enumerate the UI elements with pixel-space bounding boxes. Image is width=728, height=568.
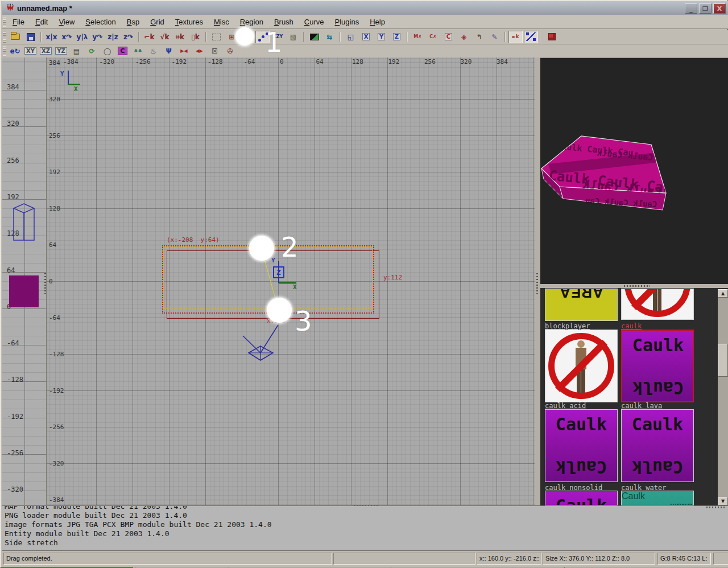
camera-move-button[interactable]: ✇ [223, 45, 237, 57]
anchor-button[interactable]: Ψ [162, 45, 176, 57]
texture-caulk-lava[interactable]: CaulkCaulk [621, 409, 694, 482]
texture-browser[interactable]: AREAPORTALblockplayercaulkCaulkCaulkcaul… [540, 288, 728, 505]
menu-region[interactable]: Region [235, 15, 269, 28]
scroll-down-button[interactable]: ▼ [718, 497, 728, 505]
camera-move-icon: ✇ [227, 47, 233, 55]
rotate-x-button[interactable]: x↷ [60, 31, 74, 43]
curve-c-button[interactable]: C [441, 31, 456, 43]
texture-caulk[interactable]: CaulkCaulk [621, 330, 694, 402]
axis-x-button[interactable]: X [359, 31, 373, 43]
xy-ruler-left-label: 256 [49, 132, 60, 139]
axis-y-button[interactable]: Y [374, 31, 388, 43]
texture-caulk-water[interactable]: CaulkCaulk [621, 491, 694, 505]
camera-3d-view[interactable]: Caulk Caulk Cau Caulk Caulk Caulk Caulk … [540, 58, 728, 284]
view-xz-button[interactable]: XZ [39, 45, 53, 57]
crossed-box-button[interactable]: ☒ [208, 45, 222, 57]
console-splitter-grip[interactable] [706, 507, 726, 508]
rotate-y-button[interactable]: y↷ [90, 31, 105, 43]
select-cursor-button[interactable]: ►k [508, 31, 523, 43]
cap-curve-button[interactable]: C [115, 45, 130, 57]
texture-areaportal[interactable]: AREAPORTAL [545, 289, 618, 321]
texture-blockplayer[interactable] [545, 330, 618, 402]
menu-selection[interactable]: Selection [80, 15, 121, 28]
arrows-out-button[interactable]: ◀▶ [192, 45, 206, 57]
minimize-button[interactable]: _ [685, 3, 697, 14]
select-touching-button[interactable]: √k [158, 31, 172, 43]
model-cube-button[interactable] [545, 31, 559, 43]
status-size: Size X:: 376.0 Y:: 112.0 Z:: 8.0 [543, 553, 655, 565]
xy-2d-view[interactable]: -384-320-256-192-128-6406412819225632038… [47, 57, 535, 505]
menu-plugins[interactable]: Plugins [330, 15, 365, 28]
hide-models-button[interactable]: M✗ [411, 31, 425, 43]
menu-curve[interactable]: Curve [299, 15, 330, 28]
texture-scrollbar[interactable]: ▲ ▼ [718, 289, 728, 505]
flip-y-button[interactable]: y|λ [75, 31, 89, 43]
texture-splitter-grip[interactable] [624, 285, 650, 287]
dotted-selection-icon [212, 34, 221, 40]
scrollbar-thumb[interactable] [718, 344, 728, 377]
close-button[interactable]: X [713, 3, 726, 14]
toolbar1-grip[interactable] [3, 31, 6, 43]
texture-caulk-acid[interactable]: CaulkCaulk [545, 409, 618, 482]
window-arrow-icon: ◱ [348, 33, 354, 41]
title-bar[interactable]: unnamed.map * _ ❐ X [2, 1, 728, 15]
texture-caulk-nonsolid[interactable]: CaulkCaulk [545, 491, 618, 505]
menubar-grip[interactable] [3, 16, 6, 27]
texture-image: CaulkCaulk [545, 491, 617, 505]
rotate-z-button[interactable]: z↷ [121, 31, 135, 43]
regroup-entity-button[interactable]: e↻ [8, 45, 22, 57]
menu-edit[interactable]: Edit [30, 15, 53, 28]
render-mode-button[interactable] [307, 31, 321, 43]
hide-clip-button[interactable]: C✗ [426, 31, 440, 43]
flip-z-button[interactable]: z|z [106, 31, 120, 43]
refresh-models-button[interactable]: ⟳ [85, 45, 99, 57]
cycle-layout-button[interactable]: ⇆ [322, 31, 337, 43]
select-partial-button[interactable]: ⌗k [173, 31, 187, 43]
cube-arrow-button[interactable]: ↰ [472, 31, 486, 43]
select-inside-button[interactable]: ▯k [188, 31, 202, 43]
circle-button[interactable]: ◯ [100, 45, 114, 57]
xy-axis-x-label: X [74, 85, 78, 93]
train-button[interactable]: ♨ [146, 45, 160, 57]
menu-file[interactable]: File [7, 15, 30, 28]
trees-icon: ♣♣ [134, 48, 142, 53]
origin-z-marker[interactable]: Z [273, 266, 284, 278]
menu-view[interactable]: View [53, 15, 80, 28]
toolbar2-grip[interactable] [3, 46, 6, 56]
console-line: image formats JPG TGA PCX BMP module bui… [5, 520, 728, 529]
save-button[interactable] [23, 31, 38, 43]
menu-misc[interactable]: Misc [209, 15, 235, 28]
edge-mode-button[interactable] [524, 31, 538, 43]
console-button[interactable]: ▤ [69, 45, 84, 57]
flip-z-icon: z|z [107, 33, 118, 41]
red-cube-icon [548, 33, 556, 40]
menu-grid[interactable]: Grid [145, 15, 170, 28]
window-title: unnamed.map * [17, 4, 72, 13]
spray-button[interactable]: ✎ [487, 31, 502, 43]
menu-help[interactable]: Help [365, 15, 391, 28]
open-file-button[interactable] [8, 31, 22, 43]
terrain-button[interactable]: ♣♣ [131, 45, 145, 57]
z-axis-window[interactable]: 384320256192128640-64-128-192-256-320 [2, 57, 47, 505]
arrows-in-button[interactable]: ▶◀ [177, 45, 191, 57]
right-splitter-grip[interactable] [536, 273, 538, 294]
popup-window-button[interactable]: ◱ [344, 31, 358, 43]
select-complete-button[interactable]: ⌐k [142, 31, 156, 43]
menu-textures[interactable]: Textures [170, 15, 209, 28]
console-panel[interactable]: MAP format module built Dec 21 2003 1.4.… [2, 505, 728, 551]
z-selected-brush[interactable] [9, 275, 39, 307]
z-splitter-grip[interactable] [44, 273, 46, 294]
view-xy-button[interactable]: XY [23, 45, 38, 57]
texture-nosign-woman[interactable] [621, 289, 694, 320]
flip-x-button[interactable]: x|x [44, 31, 59, 43]
menu-bsp[interactable]: Bsp [122, 15, 145, 28]
view-yz-button[interactable]: YZ [54, 45, 68, 57]
patch-mesh-button[interactable]: ◈ [457, 31, 471, 43]
restore-button[interactable]: ❐ [699, 3, 712, 14]
texture-cube-button[interactable]: ▧ [286, 31, 300, 43]
axis-z-button[interactable]: Z [390, 31, 404, 43]
scroll-up-button[interactable]: ▲ [718, 289, 728, 298]
circle-e-icon: e↻ [10, 47, 20, 55]
xy-ruler-top-label: -192 [172, 58, 187, 65]
dotted-selection-button[interactable] [209, 31, 224, 43]
